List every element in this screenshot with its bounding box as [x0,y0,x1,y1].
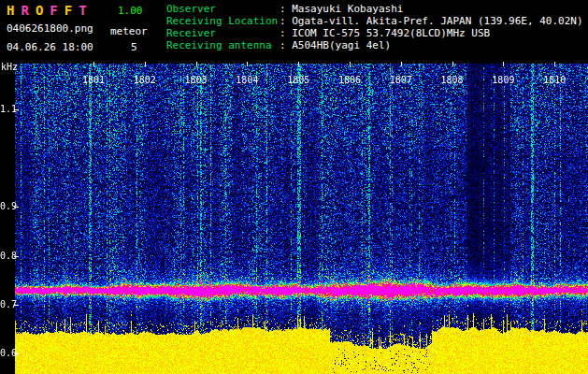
hrofft-window: HROFFT 1.00 0406261800.png meteor 04.06.… [0,0,588,374]
app-title-letter: H [7,3,14,18]
x-tick-label: 1809 [492,75,514,85]
app-version: 1.00 [118,5,143,17]
filename: 0406261800.png [7,22,93,35]
info-value: A504HB(yagi 4el) [292,39,391,51]
info-row: Observer: Masayuki Kobayashi [166,3,583,15]
info-colon: : [280,3,292,15]
info-colon: : [280,27,292,39]
info-block: Observer: Masayuki KobayashiReceiving Lo… [166,3,583,51]
x-tick-label: 1805 [287,75,309,85]
info-colon: : [280,39,292,51]
y-tick-label: 1.1 [0,104,13,114]
spectrogram-canvas [0,60,588,374]
x-tick-label: 1807 [390,75,412,85]
app-title: HROFFT [7,3,93,18]
x-tick-label: 1806 [338,75,361,85]
x-tick-label: 1801 [82,75,105,85]
info-value: ICOM IC-575 53.7492(8LCD)MHz USB [292,27,490,39]
info-label: Observer [166,3,280,15]
info-colon: : [280,15,292,27]
info-label: Receiving antenna [166,39,280,51]
y-tick-label: 0.8 [0,251,13,261]
info-value: Ogata-vill. Akita-Pref. JAPAN (139.96E, … [292,15,582,27]
info-value: Masayuki Kobayashi [292,3,403,15]
x-tick-label: 1802 [134,75,156,85]
x-tick-label: 1810 [543,75,566,85]
y-tick-label: 0.9 [0,201,13,211]
app-title-letter: O [36,3,43,18]
app-title-letter: T [79,3,86,18]
x-tick-label: 1803 [185,75,208,85]
info-label: Receiving Location [166,15,280,27]
y-tick-label: 0.7 [0,299,13,309]
info-row: Receiver: ICOM IC-575 53.7492(8LCD)MHz U… [166,27,583,39]
x-tick-label: 1804 [236,75,258,85]
app-title-letter: F [65,3,72,18]
meteor-count: 5 [131,41,137,53]
info-row: Receiving antenna: A504HB(yagi 4el) [166,39,583,51]
timestamp: 04.06.26 18:00 [7,41,93,53]
x-tick-label: 1808 [441,75,464,85]
y-tick-label: 0.6 [0,348,13,358]
info-label: Receiver [166,27,280,39]
app-title-letter: F [50,3,57,18]
info-row: Receiving Location: Ogata-vill. Akita-Pr… [166,15,583,27]
y-axis-unit: kHz [1,62,18,72]
app-title-letter: R [21,3,28,18]
mode-label: meteor [110,25,148,37]
